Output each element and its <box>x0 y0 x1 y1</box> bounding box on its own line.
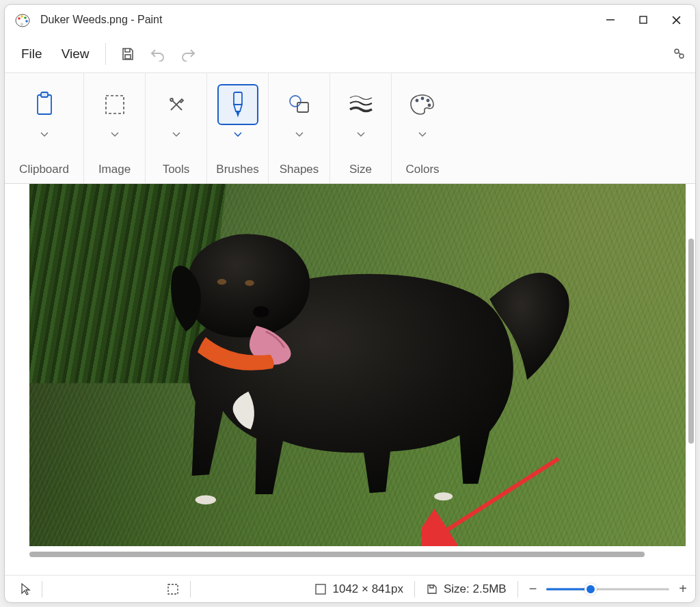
minimize-button[interactable] <box>594 6 627 33</box>
settings-button[interactable] <box>664 39 694 69</box>
chevron-down-icon <box>234 132 242 137</box>
view-menu[interactable]: View <box>52 42 99 66</box>
svg-rect-13 <box>38 95 51 114</box>
svg-point-3 <box>24 16 27 19</box>
group-label: Image <box>98 163 131 176</box>
svg-rect-30 <box>168 584 178 594</box>
brush-icon <box>217 84 258 125</box>
chevron-down-icon <box>172 132 180 137</box>
chevron-down-icon <box>357 132 365 137</box>
window-title: Duker Weeds.png - Paint <box>40 14 162 26</box>
palette-icon <box>402 84 443 125</box>
file-size-text: Size: 2.5MB <box>444 582 507 596</box>
clipboard-group[interactable]: Clipboard <box>5 73 84 183</box>
canvas-area <box>5 184 695 575</box>
shapes-group[interactable]: Shapes <box>269 73 330 183</box>
save-button[interactable] <box>113 39 143 69</box>
redo-button[interactable] <box>173 39 203 69</box>
svg-point-2 <box>21 15 23 18</box>
svg-rect-15 <box>106 96 124 113</box>
group-label: Tools <box>163 163 190 176</box>
svg-point-22 <box>427 99 429 101</box>
cursor-tool-indicator <box>12 576 39 602</box>
svg-rect-14 <box>41 92 48 97</box>
chevron-down-icon <box>40 132 49 137</box>
svg-point-10 <box>675 49 679 53</box>
paint-app-icon <box>14 12 31 28</box>
svg-point-1 <box>18 17 21 20</box>
svg-line-12 <box>679 53 680 54</box>
file-size-indicator: Size: 2.5MB <box>418 576 515 602</box>
menu-separator <box>105 43 106 65</box>
chevron-down-icon <box>418 132 427 137</box>
titlebar: Duker Weeds.png - Paint <box>5 5 695 35</box>
svg-rect-31 <box>316 584 325 594</box>
group-label: Clipboard <box>19 163 69 176</box>
maximize-button[interactable] <box>627 6 660 33</box>
svg-point-24 <box>253 306 269 318</box>
brushes-group[interactable]: Brushes <box>207 73 269 183</box>
svg-rect-6 <box>640 16 647 23</box>
selection-indicator <box>159 576 187 602</box>
svg-point-23 <box>428 104 430 106</box>
chevron-down-icon <box>111 132 119 137</box>
svg-point-4 <box>25 20 28 23</box>
zoom-in-button[interactable]: + <box>679 581 687 597</box>
annotation-arrow <box>422 450 572 546</box>
vertical-scrollbar[interactable] <box>688 239 694 444</box>
close-button[interactable] <box>660 6 692 33</box>
image-group[interactable]: Image <box>84 73 146 183</box>
svg-point-26 <box>245 280 254 286</box>
svg-point-27 <box>195 496 215 505</box>
paint-window: Duker Weeds.png - Paint File View <box>4 4 696 603</box>
dimensions-indicator: 1042 × 841px <box>306 576 412 602</box>
paste-icon <box>24 84 65 125</box>
ribbon-toolbar: Clipboard Image Tools <box>5 73 695 184</box>
zoom-slider[interactable] <box>546 583 669 595</box>
tools-group[interactable]: Tools <box>146 73 207 183</box>
size-group[interactable]: Size <box>330 73 392 183</box>
svg-rect-17 <box>234 92 242 105</box>
zoom-out-button[interactable]: − <box>529 581 537 597</box>
size-icon <box>340 84 381 125</box>
image-canvas[interactable] <box>29 184 686 546</box>
group-label: Size <box>349 163 372 176</box>
menubar: File View <box>5 35 695 73</box>
status-bar: 1042 × 841px Size: 2.5MB − + <box>5 575 695 602</box>
svg-point-21 <box>421 97 423 99</box>
chevron-down-icon <box>295 132 304 137</box>
svg-line-29 <box>441 459 558 534</box>
svg-rect-9 <box>125 55 131 59</box>
group-label: Brushes <box>216 163 258 176</box>
svg-point-18 <box>290 96 301 107</box>
tools-icon <box>156 84 197 125</box>
svg-point-20 <box>416 99 418 101</box>
dimensions-text: 1042 × 841px <box>332 582 403 596</box>
shapes-icon <box>279 84 320 125</box>
colors-group[interactable]: Colors <box>392 73 453 183</box>
group-label: Shapes <box>280 163 319 176</box>
svg-point-25 <box>217 279 227 284</box>
select-icon <box>94 84 135 125</box>
dimensions-icon <box>314 583 327 595</box>
zoom-control: − + <box>521 576 691 602</box>
undo-button[interactable] <box>143 39 173 69</box>
svg-rect-19 <box>297 103 308 112</box>
group-label: Colors <box>405 163 439 176</box>
svg-point-16 <box>170 98 173 101</box>
svg-point-11 <box>679 54 684 58</box>
horizontal-scrollbar[interactable] <box>29 552 645 557</box>
save-icon <box>426 583 438 595</box>
file-menu[interactable]: File <box>12 42 52 66</box>
